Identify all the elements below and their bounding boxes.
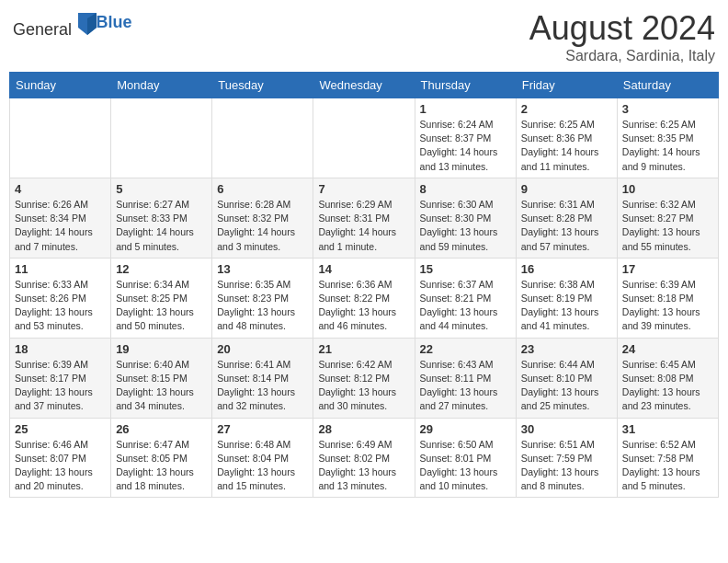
day-info: Sunrise: 6:39 AMSunset: 8:17 PMDaylight:… (15, 359, 93, 412)
calendar-week-row: 18Sunrise: 6:39 AMSunset: 8:17 PMDayligh… (10, 338, 719, 418)
calendar-cell: 11Sunrise: 6:33 AMSunset: 8:26 PMDayligh… (10, 258, 111, 338)
day-number: 22 (420, 342, 511, 356)
weekday-header-monday: Monday (111, 73, 212, 98)
calendar-cell: 6Sunrise: 6:28 AMSunset: 8:32 PMDaylight… (212, 178, 313, 258)
day-info: Sunrise: 6:36 AMSunset: 8:22 PMDaylight:… (318, 279, 396, 332)
day-info: Sunrise: 6:35 AMSunset: 8:23 PMDaylight:… (217, 279, 295, 332)
day-info: Sunrise: 6:45 AMSunset: 8:08 PMDaylight:… (622, 359, 700, 412)
day-info: Sunrise: 6:50 AMSunset: 8:01 PMDaylight:… (420, 439, 498, 492)
calendar-cell: 24Sunrise: 6:45 AMSunset: 8:08 PMDayligh… (617, 338, 718, 418)
calendar-cell: 12Sunrise: 6:34 AMSunset: 8:25 PMDayligh… (111, 258, 212, 338)
day-number: 16 (521, 262, 612, 276)
calendar-week-row: 4Sunrise: 6:26 AMSunset: 8:34 PMDaylight… (10, 178, 719, 258)
day-info: Sunrise: 6:49 AMSunset: 8:02 PMDaylight:… (318, 439, 396, 492)
day-info: Sunrise: 6:52 AMSunset: 7:58 PMDaylight:… (622, 439, 700, 492)
day-info: Sunrise: 6:43 AMSunset: 8:11 PMDaylight:… (420, 359, 498, 412)
day-number: 27 (217, 422, 308, 436)
location-subtitle: Sardara, Sardinia, Italy (529, 48, 715, 64)
calendar-table: SundayMondayTuesdayWednesdayThursdayFrid… (9, 72, 719, 498)
day-number: 31 (622, 422, 713, 436)
day-number: 24 (622, 342, 713, 356)
calendar-cell: 7Sunrise: 6:29 AMSunset: 8:31 PMDaylight… (313, 178, 415, 258)
calendar-cell: 1Sunrise: 6:24 AMSunset: 8:37 PMDaylight… (415, 98, 516, 178)
day-info: Sunrise: 6:37 AMSunset: 8:21 PMDaylight:… (420, 279, 498, 332)
logo-icon (78, 13, 97, 35)
day-info: Sunrise: 6:41 AMSunset: 8:14 PMDaylight:… (217, 359, 295, 412)
day-number: 6 (217, 182, 308, 196)
calendar-cell: 27Sunrise: 6:48 AMSunset: 8:04 PMDayligh… (212, 418, 313, 498)
calendar-cell: 23Sunrise: 6:44 AMSunset: 8:10 PMDayligh… (516, 338, 617, 418)
calendar-cell: 13Sunrise: 6:35 AMSunset: 8:23 PMDayligh… (212, 258, 313, 338)
calendar-cell (212, 98, 313, 178)
calendar-cell: 30Sunrise: 6:51 AMSunset: 7:59 PMDayligh… (516, 418, 617, 498)
day-info: Sunrise: 6:34 AMSunset: 8:25 PMDaylight:… (116, 279, 194, 332)
day-number: 28 (318, 422, 409, 436)
day-number: 10 (622, 182, 713, 196)
calendar-cell: 25Sunrise: 6:46 AMSunset: 8:07 PMDayligh… (10, 418, 111, 498)
day-info: Sunrise: 6:38 AMSunset: 8:19 PMDaylight:… (521, 279, 599, 332)
day-number: 26 (116, 422, 207, 436)
title-area: August 2024 Sardara, Sardinia, Italy (529, 9, 715, 64)
day-info: Sunrise: 6:32 AMSunset: 8:27 PMDaylight:… (622, 199, 700, 252)
logo-general: General (13, 20, 72, 39)
calendar-cell: 4Sunrise: 6:26 AMSunset: 8:34 PMDaylight… (10, 178, 111, 258)
day-number: 2 (521, 102, 612, 116)
day-number: 4 (15, 182, 106, 196)
calendar-cell: 5Sunrise: 6:27 AMSunset: 8:33 PMDaylight… (111, 178, 212, 258)
calendar-cell (111, 98, 212, 178)
day-info: Sunrise: 6:30 AMSunset: 8:30 PMDaylight:… (420, 199, 498, 252)
weekday-header-tuesday: Tuesday (212, 73, 313, 98)
day-number: 5 (116, 182, 207, 196)
day-info: Sunrise: 6:47 AMSunset: 8:05 PMDaylight:… (116, 439, 194, 492)
page-header: General Blue August 2024 Sardara, Sardin… (9, 9, 719, 64)
calendar-cell: 31Sunrise: 6:52 AMSunset: 7:58 PMDayligh… (617, 418, 718, 498)
weekday-header-wednesday: Wednesday (313, 73, 415, 98)
day-number: 11 (15, 262, 106, 276)
calendar-week-row: 25Sunrise: 6:46 AMSunset: 8:07 PMDayligh… (10, 418, 719, 498)
day-number: 1 (420, 102, 511, 116)
calendar-cell: 19Sunrise: 6:40 AMSunset: 8:15 PMDayligh… (111, 338, 212, 418)
day-info: Sunrise: 6:25 AMSunset: 8:35 PMDaylight:… (622, 119, 700, 172)
day-info: Sunrise: 6:24 AMSunset: 8:37 PMDaylight:… (420, 119, 498, 172)
calendar-cell: 21Sunrise: 6:42 AMSunset: 8:12 PMDayligh… (313, 338, 415, 418)
day-number: 18 (15, 342, 106, 356)
day-number: 23 (521, 342, 612, 356)
calendar-cell: 10Sunrise: 6:32 AMSunset: 8:27 PMDayligh… (617, 178, 718, 258)
calendar-cell: 26Sunrise: 6:47 AMSunset: 8:05 PMDayligh… (111, 418, 212, 498)
month-year-title: August 2024 (529, 9, 715, 48)
day-info: Sunrise: 6:31 AMSunset: 8:28 PMDaylight:… (521, 199, 599, 252)
day-info: Sunrise: 6:46 AMSunset: 8:07 PMDaylight:… (15, 439, 93, 492)
day-info: Sunrise: 6:28 AMSunset: 8:32 PMDaylight:… (217, 199, 295, 252)
day-info: Sunrise: 6:48 AMSunset: 8:04 PMDaylight:… (217, 439, 295, 492)
day-number: 20 (217, 342, 308, 356)
calendar-cell: 9Sunrise: 6:31 AMSunset: 8:28 PMDaylight… (516, 178, 617, 258)
calendar-cell: 17Sunrise: 6:39 AMSunset: 8:18 PMDayligh… (617, 258, 718, 338)
calendar-cell: 28Sunrise: 6:49 AMSunset: 8:02 PMDayligh… (313, 418, 415, 498)
day-info: Sunrise: 6:29 AMSunset: 8:31 PMDaylight:… (318, 199, 396, 252)
day-number: 29 (420, 422, 511, 436)
calendar-cell: 8Sunrise: 6:30 AMSunset: 8:30 PMDaylight… (415, 178, 516, 258)
weekday-header-friday: Friday (516, 73, 617, 98)
calendar-cell (10, 98, 111, 178)
calendar-cell: 15Sunrise: 6:37 AMSunset: 8:21 PMDayligh… (415, 258, 516, 338)
day-info: Sunrise: 6:51 AMSunset: 7:59 PMDaylight:… (521, 439, 599, 492)
calendar-cell: 20Sunrise: 6:41 AMSunset: 8:14 PMDayligh… (212, 338, 313, 418)
calendar-cell: 22Sunrise: 6:43 AMSunset: 8:11 PMDayligh… (415, 338, 516, 418)
day-info: Sunrise: 6:25 AMSunset: 8:36 PMDaylight:… (521, 119, 599, 172)
day-number: 21 (318, 342, 409, 356)
day-number: 12 (116, 262, 207, 276)
day-info: Sunrise: 6:39 AMSunset: 8:18 PMDaylight:… (622, 279, 700, 332)
day-number: 14 (318, 262, 409, 276)
day-info: Sunrise: 6:26 AMSunset: 8:34 PMDaylight:… (15, 199, 93, 252)
day-number: 15 (420, 262, 511, 276)
day-info: Sunrise: 6:33 AMSunset: 8:26 PMDaylight:… (15, 279, 93, 332)
day-number: 9 (521, 182, 612, 196)
day-info: Sunrise: 6:42 AMSunset: 8:12 PMDaylight:… (318, 359, 396, 412)
day-number: 8 (420, 182, 511, 196)
calendar-cell: 2Sunrise: 6:25 AMSunset: 8:36 PMDaylight… (516, 98, 617, 178)
logo: General Blue (13, 9, 132, 40)
calendar-week-row: 11Sunrise: 6:33 AMSunset: 8:26 PMDayligh… (10, 258, 719, 338)
day-info: Sunrise: 6:44 AMSunset: 8:10 PMDaylight:… (521, 359, 599, 412)
calendar-cell: 14Sunrise: 6:36 AMSunset: 8:22 PMDayligh… (313, 258, 415, 338)
day-number: 13 (217, 262, 308, 276)
